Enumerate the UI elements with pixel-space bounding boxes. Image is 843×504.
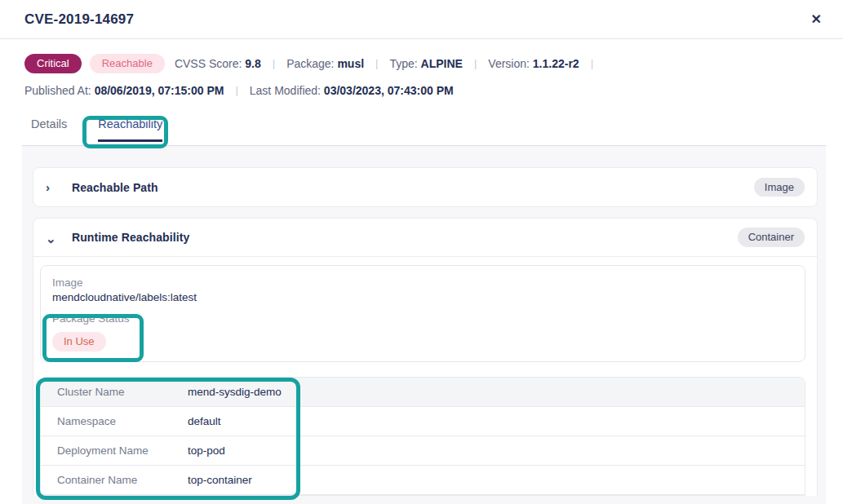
accordion-runtime-reachability: ⌄ Runtime Reachability Container Image m…: [33, 218, 818, 496]
runtime-reachability-header[interactable]: ⌄ Runtime Reachability Container: [33, 219, 817, 257]
scope-badge-image: Image: [754, 178, 805, 197]
version-label: Version:: [488, 57, 530, 70]
tab-details[interactable]: Details: [31, 111, 67, 142]
image-value: mendcloudnative/labels:latest: [52, 291, 793, 303]
separator: |: [273, 57, 275, 69]
deployment-name-label: Deployment Name: [57, 444, 188, 457]
separator: |: [474, 57, 477, 69]
reachability-panel: › Reachable Path Image ⌄ Runtime Reachab…: [22, 146, 826, 504]
published-at-label: Published At:: [24, 84, 91, 97]
image-info-box: Image mendcloudnative/labels:latest Pack…: [40, 265, 805, 362]
cvss-score-value: 9.8: [245, 57, 260, 70]
namespace-value: default: [188, 415, 221, 427]
separator: |: [375, 57, 378, 69]
severity-badge: Critical: [24, 54, 82, 73]
scope-badge-container: Container: [738, 228, 805, 247]
package: Package: musl: [286, 57, 364, 70]
table-row: Deployment Name top-pod: [41, 436, 805, 466]
reachable-badge: Reachable: [90, 54, 165, 73]
type-value: ALPINE: [421, 57, 463, 70]
package-status-badge: In Use: [52, 332, 106, 351]
last-modified: Last Modified: 03/03/2023, 07:43:00 PM: [250, 84, 454, 97]
container-name-value: top-container: [188, 474, 252, 486]
cve-detail-panel: CVE-2019-14697 ✕ Critical Reachable CVSS…: [0, 0, 843, 504]
accordion-reachable-path: › Reachable Path Image: [33, 167, 818, 207]
cvss-score-label: CVSS Score:: [175, 57, 242, 70]
type: Type: ALPINE: [389, 57, 462, 70]
deployment-name-value: top-pod: [188, 444, 225, 457]
runtime-reachability-title: Runtime Reachability: [72, 231, 189, 244]
runtime-details-table: Cluster Name mend-sysdig-demo Namespace …: [40, 377, 805, 496]
version: Version: 1.1.22-r2: [488, 57, 579, 70]
summary-dates-row: Published At: 08/06/2019, 07:15:00 PM | …: [24, 84, 819, 97]
chevron-right-icon: ›: [46, 181, 57, 193]
package-label: Package:: [286, 57, 334, 70]
package-value: musl: [337, 57, 364, 70]
tab-reachability[interactable]: Reachability: [98, 111, 162, 142]
vulnerability-summary: Critical Reachable CVSS Score: 9.8 | Pac…: [0, 39, 843, 97]
published-at-value: 08/06/2019, 07:15:00 PM: [95, 84, 224, 97]
container-name-label: Container Name: [57, 474, 188, 486]
package-status-label: Package Status: [52, 312, 793, 325]
cluster-name-label: Cluster Name: [57, 386, 188, 398]
namespace-label: Namespace: [57, 415, 188, 427]
cluster-name-value: mend-sysdig-demo: [188, 386, 282, 398]
page-title: CVE-2019-14697: [24, 11, 134, 28]
last-modified-label: Last Modified:: [250, 84, 321, 97]
last-modified-value: 03/03/2023, 07:43:00 PM: [324, 84, 454, 97]
published-at: Published At: 08/06/2019, 07:15:00 PM: [24, 84, 224, 97]
cvss-score: CVSS Score: 9.8: [175, 57, 261, 70]
table-row: Cluster Name mend-sysdig-demo: [41, 378, 805, 407]
reachable-path-header[interactable]: › Reachable Path Image: [33, 168, 817, 206]
separator: |: [235, 84, 237, 96]
table-row: Namespace default: [41, 407, 805, 436]
image-label: Image: [52, 276, 793, 289]
panel-header: CVE-2019-14697 ✕: [0, 0, 843, 39]
summary-badges-row: Critical Reachable CVSS Score: 9.8 | Pac…: [24, 54, 819, 73]
chevron-down-icon: ⌄: [46, 232, 57, 245]
runtime-reachability-content: Image mendcloudnative/labels:latest Pack…: [33, 257, 817, 496]
close-icon[interactable]: ✕: [808, 10, 825, 29]
version-value: 1.1.22-r2: [533, 57, 579, 70]
table-row: Container Name top-container: [41, 466, 805, 495]
tab-bar: Details Reachability: [31, 111, 843, 142]
reachable-path-title: Reachable Path: [72, 181, 158, 194]
separator: |: [591, 57, 593, 69]
type-label: Type:: [389, 57, 417, 70]
